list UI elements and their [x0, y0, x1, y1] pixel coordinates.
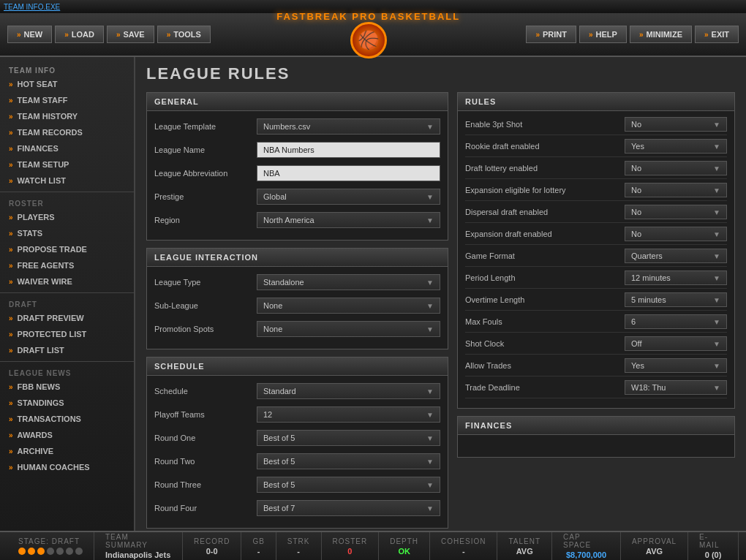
sidebar-item-team-setup[interactable]: » TEAM SETUP: [0, 156, 134, 173]
stats-label: STATS: [18, 229, 42, 238]
schedule-value: Standard: [263, 387, 296, 396]
sub-league-dropdown[interactable]: None ▼: [257, 298, 440, 314]
sidebar-item-draft-preview[interactable]: » DRAFT PREVIEW: [0, 310, 134, 326]
round-four-arrow: ▼: [426, 504, 434, 512]
sidebar-item-archive[interactable]: » ARCHIVE: [0, 443, 134, 459]
game-format-dropdown[interactable]: Quarters ▼: [625, 249, 727, 263]
print-label: PRINT: [543, 30, 567, 39]
divider-1: [0, 192, 134, 192]
sidebar-item-players[interactable]: » PLAYERS: [0, 209, 134, 225]
expansion-draft-arrow: ▼: [713, 230, 720, 238]
help-button[interactable]: » HELP: [579, 26, 627, 43]
save-arrow: »: [116, 31, 121, 39]
record-label: RECORD: [194, 537, 230, 545]
sidebar-item-free-agents[interactable]: » FREE AGENTS: [0, 257, 134, 273]
shot-clock-dropdown[interactable]: Off ▼: [625, 336, 727, 351]
prestige-dropdown[interactable]: Global ▼: [257, 189, 440, 205]
sidebar-item-team-staff[interactable]: » TEAM STAFF: [0, 92, 134, 108]
sidebar-item-team-history[interactable]: » TEAM HISTORY: [0, 108, 134, 124]
sidebar-item-standings[interactable]: » STANDINGS: [0, 395, 134, 411]
sub-league-label: Sub-League: [154, 301, 257, 310]
promotion-spots-dropdown[interactable]: None ▼: [257, 321, 440, 337]
round-four-dropdown[interactable]: Best of 7 ▼: [257, 500, 440, 516]
cohesion-value: -: [462, 547, 465, 556]
sidebar-item-awards[interactable]: » AWARDS: [0, 427, 134, 443]
sidebar-item-stats[interactable]: » STATS: [0, 225, 134, 241]
league-name-input[interactable]: [263, 145, 434, 154]
league-type-arrow: ▼: [426, 279, 434, 287]
sidebar-item-fbb-news[interactable]: » FBB NEWS: [0, 379, 134, 395]
email-section[interactable]: E-MAIL 0 (0): [688, 532, 739, 560]
dispersal-draft-dropdown[interactable]: No ▼: [625, 205, 727, 219]
minimize-button[interactable]: » MINIMIZE: [630, 26, 692, 43]
trade-deadline-row: Trade Deadline W18: Thu ▼: [465, 380, 727, 398]
league-abbr-input[interactable]: [263, 169, 434, 178]
sidebar-item-watch-list[interactable]: » WATCH LIST: [0, 173, 134, 189]
region-dropdown[interactable]: North America ▼: [257, 212, 440, 228]
finances-label: FINANCES: [18, 144, 59, 153]
sidebar-item-protected-list[interactable]: » PROTECTED LIST: [0, 326, 134, 342]
draft-lottery-dropdown[interactable]: No ▼: [625, 161, 727, 175]
round-two-dropdown[interactable]: Best of 5 ▼: [257, 453, 440, 469]
roster-section: ROSTER 0: [322, 532, 380, 560]
round-three-dropdown[interactable]: Best of 5 ▼: [257, 477, 440, 493]
team-summary-section: TEAM SUMMARY Indianapolis Jets: [94, 532, 183, 560]
main-layout: TEAM INFO » HOT SEAT » TEAM STAFF » TEAM…: [0, 57, 746, 531]
league-name-input-wrapper[interactable]: [257, 142, 440, 158]
overtime-length-dropdown[interactable]: 5 minutes ▼: [625, 292, 727, 307]
allow-trades-dropdown[interactable]: Yes ▼: [625, 358, 727, 373]
sidebar-item-transactions[interactable]: » TRANSACTIONS: [0, 411, 134, 427]
dot-7: [75, 548, 83, 555]
round-two-label: Round Two: [154, 457, 257, 466]
period-length-dropdown[interactable]: 12 minutes ▼: [625, 270, 727, 285]
tools-button[interactable]: » TOOLS: [157, 26, 211, 43]
trade-deadline-label: Trade Deadline: [465, 383, 625, 392]
depth-section: DEPTH OK: [379, 532, 430, 560]
league-type-dropdown[interactable]: Standalone ▼: [257, 274, 440, 290]
league-template-dropdown[interactable]: Numbers.csv ▼: [257, 118, 440, 135]
playoff-teams-dropdown[interactable]: 12 ▼: [257, 406, 440, 423]
allow-trades-value: Yes: [631, 361, 644, 370]
dot-2: [28, 548, 35, 555]
rookie-draft-value: Yes: [631, 142, 644, 151]
email-value: 0 (0): [705, 550, 722, 559]
rookie-draft-dropdown[interactable]: Yes ▼: [625, 139, 727, 154]
enable-3pt-dropdown[interactable]: No ▼: [625, 117, 727, 132]
draft-group-label: DRAFT: [0, 296, 134, 310]
players-label: PLAYERS: [18, 213, 55, 222]
sidebar-item-finances[interactable]: » FINANCES: [0, 140, 134, 156]
fbb-news-arrow: »: [9, 383, 13, 391]
sidebar-item-waiver-wire[interactable]: » WAIVER WIRE: [0, 273, 134, 290]
waiver-wire-arrow: »: [9, 278, 13, 286]
sidebar-item-hot-seat[interactable]: » HOT SEAT: [0, 76, 134, 92]
round-one-value: Best of 5: [263, 434, 295, 442]
schedule-dropdown[interactable]: Standard ▼: [257, 383, 440, 399]
gb-label: GB: [252, 537, 264, 545]
load-button[interactable]: » LOAD: [55, 26, 104, 43]
sidebar-item-human-coaches[interactable]: » HUMAN COACHES: [0, 459, 134, 475]
content-area: LEAGUE RULES GENERAL League Template Num…: [135, 57, 746, 531]
round-four-label: Round Four: [154, 504, 257, 512]
draft-preview-arrow: »: [9, 314, 13, 322]
depth-label: DEPTH: [390, 537, 418, 545]
dispersal-draft-value: No: [631, 208, 641, 216]
sidebar-item-draft-list[interactable]: » DRAFT LIST: [0, 342, 134, 358]
new-button[interactable]: » NEW: [7, 26, 52, 43]
sidebar-item-team-records[interactable]: » TEAM RECORDS: [0, 124, 134, 140]
trade-deadline-dropdown[interactable]: W18: Thu ▼: [625, 380, 727, 395]
save-button[interactable]: » SAVE: [107, 26, 154, 43]
expansion-lottery-arrow: ▼: [713, 186, 720, 194]
round-one-dropdown[interactable]: Best of 5 ▼: [257, 430, 440, 446]
exit-topnav-button[interactable]: » EXIT: [695, 26, 739, 43]
expansion-draft-dropdown[interactable]: No ▼: [625, 227, 727, 241]
sidebar-item-propose-trade[interactable]: » PROPOSE TRADE: [0, 241, 134, 257]
record-value: 0-0: [206, 547, 218, 556]
max-fouls-dropdown[interactable]: 6 ▼: [625, 314, 727, 329]
shot-clock-label: Shot Clock: [465, 339, 625, 348]
print-button[interactable]: » PRINT: [526, 26, 576, 43]
dispersal-draft-arrow: ▼: [713, 208, 720, 216]
region-row: Region North America ▼: [154, 211, 440, 230]
league-abbr-input-wrapper[interactable]: [257, 165, 440, 181]
expansion-lottery-dropdown[interactable]: No ▼: [625, 183, 727, 197]
dot-5: [56, 548, 64, 555]
